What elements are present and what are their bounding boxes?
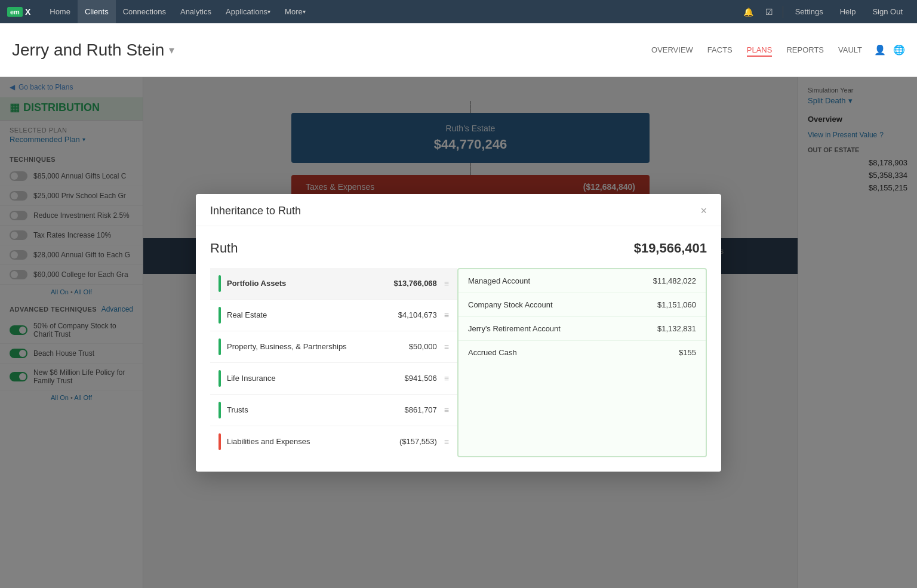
nav-analytics[interactable]: Analytics xyxy=(173,0,219,23)
insurance-label: Life Insurance xyxy=(227,374,405,383)
modal-row-property: Property, Business, & Partnerships $50,0… xyxy=(210,331,457,363)
user-profile-icon[interactable]: 👤 xyxy=(874,44,886,56)
nav-signout[interactable]: Sign Out xyxy=(865,0,910,23)
row-drag-handle-4[interactable]: ≡ xyxy=(444,405,449,415)
nav-applications[interactable]: Applications xyxy=(219,0,278,23)
liabilities-label: Liabilities and Expenses xyxy=(227,437,399,446)
tab-reports[interactable]: REPORTS xyxy=(786,43,824,57)
tab-facts[interactable]: FACTS xyxy=(707,43,733,57)
row-drag-handle-3[interactable]: ≡ xyxy=(444,374,449,383)
modal-row-trusts: Trusts $861,707 ≡ xyxy=(210,395,457,426)
stock-value: $1,151,060 xyxy=(657,300,696,309)
modal-body: Ruth $19,566,401 Portfolio Assets $13,76… xyxy=(196,226,721,472)
modal-row-insurance: Life Insurance $941,506 ≡ xyxy=(210,363,457,395)
portfolio-value: $13,766,068 xyxy=(394,279,437,288)
row-drag-handle-5[interactable]: ≡ xyxy=(444,437,449,447)
trusts-value: $861,707 xyxy=(405,405,437,414)
retirement-value: $1,132,831 xyxy=(657,324,696,333)
nav-settings[interactable]: Settings xyxy=(788,0,830,23)
nav-more[interactable]: More xyxy=(278,0,313,23)
insurance-value: $941,506 xyxy=(405,374,437,383)
managed-label: Managed Account xyxy=(468,276,653,285)
modal-title: Inheritance to Ruth xyxy=(210,205,301,217)
modal-person-total: $19,566,401 xyxy=(634,241,707,256)
row-drag-handle-2[interactable]: ≡ xyxy=(444,342,449,352)
modal-header: Inheritance to Ruth × xyxy=(196,194,721,226)
modal-right-row-managed: Managed Account $11,482,022 xyxy=(458,269,706,293)
modal-person-header: Ruth $19,566,401 xyxy=(210,241,707,256)
tab-vault[interactable]: VAULT xyxy=(838,43,862,57)
nav-clients[interactable]: Clients xyxy=(78,0,116,23)
liabilities-value: ($157,553) xyxy=(399,437,437,446)
nav-connections[interactable]: Connections xyxy=(116,0,173,23)
modal-person-name: Ruth xyxy=(210,241,238,256)
property-value: $50,000 xyxy=(409,342,437,351)
modal-close-button[interactable]: × xyxy=(700,205,707,217)
trusts-label: Trusts xyxy=(227,405,405,414)
row-drag-handle-0[interactable]: ≡ xyxy=(444,279,449,288)
modal-right-column: Managed Account $11,482,022 Company Stoc… xyxy=(457,268,707,457)
realestate-label: Real Estate xyxy=(227,310,398,319)
stock-label: Company Stock Account xyxy=(468,300,657,309)
tab-overview[interactable]: OVERVIEW xyxy=(651,43,693,57)
nav-help[interactable]: Help xyxy=(833,0,863,23)
inheritance-modal: Inheritance to Ruth × Ruth $19,566,401 P… xyxy=(196,194,721,472)
modal-overlay: Inheritance to Ruth × Ruth $19,566,401 P… xyxy=(0,77,917,588)
realestate-value: $4,104,673 xyxy=(398,310,437,319)
modal-row-realestate: Real Estate $4,104,673 ≡ xyxy=(210,300,457,331)
client-tab-icons: 👤 🌐 xyxy=(874,44,905,56)
row-indicator-green-3 xyxy=(219,370,221,387)
tab-plans[interactable]: PLANS xyxy=(747,43,773,57)
cash-label: Accrued Cash xyxy=(468,348,679,357)
row-indicator-red-0 xyxy=(219,433,221,450)
task-check-icon[interactable]: ☑ xyxy=(761,0,778,23)
retirement-label: Jerry's Retirement Account xyxy=(468,324,657,333)
row-drag-handle-1[interactable]: ≡ xyxy=(444,310,449,320)
property-label: Property, Business, & Partnerships xyxy=(227,342,409,351)
managed-value: $11,482,022 xyxy=(653,276,696,285)
modal-left-column: Portfolio Assets $13,766,068 ≡ Real Esta… xyxy=(210,268,457,457)
row-indicator-green-0 xyxy=(219,275,221,292)
logo-text: X xyxy=(25,7,30,17)
nav-divider xyxy=(783,6,783,18)
client-name: Jerry and Ruth Stein ▾ xyxy=(12,41,174,60)
modal-columns: Portfolio Assets $13,766,068 ≡ Real Esta… xyxy=(210,268,707,457)
cash-value: $155 xyxy=(679,348,696,357)
row-indicator-green-1 xyxy=(219,307,221,324)
app-logo[interactable]: em X xyxy=(7,7,30,17)
client-name-dropdown-icon[interactable]: ▾ xyxy=(169,44,174,57)
client-name-text: Jerry and Ruth Stein xyxy=(12,41,164,60)
portfolio-label: Portfolio Assets xyxy=(227,279,394,288)
row-indicator-green-2 xyxy=(219,338,221,355)
modal-right-row-cash: Accrued Cash $155 xyxy=(458,341,706,364)
globe-icon[interactable]: 🌐 xyxy=(893,44,905,56)
notification-bell-icon[interactable]: 🔔 xyxy=(738,0,758,23)
modal-row-portfolio: Portfolio Assets $13,766,068 ≡ xyxy=(210,268,457,300)
modal-right-row-stock: Company Stock Account $1,151,060 xyxy=(458,293,706,317)
nav-home[interactable]: Home xyxy=(42,0,78,23)
modal-row-liabilities: Liabilities and Expenses ($157,553) ≡ xyxy=(210,426,457,457)
row-indicator-green-4 xyxy=(219,402,221,418)
modal-right-row-retirement: Jerry's Retirement Account $1,132,831 xyxy=(458,317,706,341)
client-tabs: OVERVIEW FACTS PLANS REPORTS VAULT xyxy=(651,43,862,57)
logo-box: em xyxy=(7,7,23,17)
